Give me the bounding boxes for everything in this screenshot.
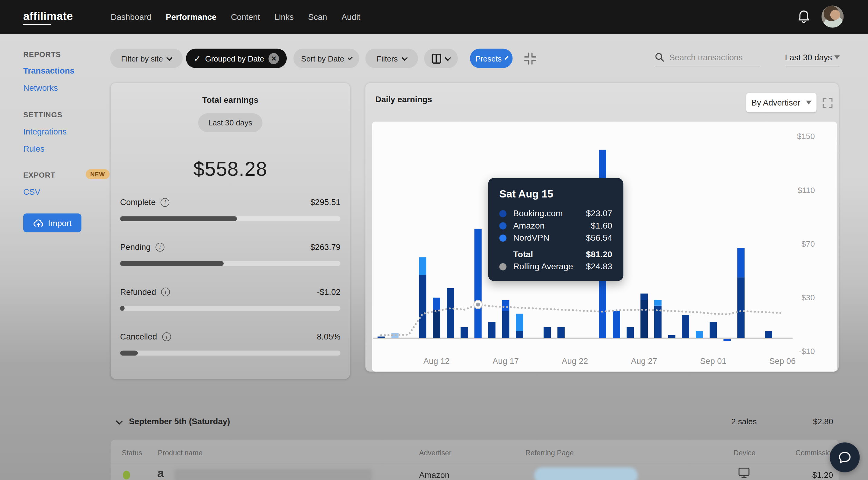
tooltip-average-row: Rolling Average$24.83 [499,261,612,273]
info-icon[interactable]: i [162,332,171,341]
new-badge: NEW [86,169,109,179]
expand-icon[interactable] [823,98,833,108]
progress-fill [120,216,237,221]
series-dot-nordvpn [499,234,506,241]
dropdown-arrow-icon [834,55,840,59]
chart-title: Daily earnings [375,95,432,104]
sidebar-item-networks[interactable]: Networks [23,83,58,92]
transactions-toolbar: Filter by site ✓ Grouped by Date ✕ Sort … [0,48,868,68]
search-box [655,48,760,66]
svg-text:Sep 01: Sep 01 [700,356,726,366]
columns-dropdown[interactable] [424,48,458,68]
row-divider [111,463,839,464]
day-group-sales-count: 2 sales [731,417,756,426]
series-dot-rolling-average [499,263,506,270]
earnings-row-cancelled: Cancelledi 8.05% [120,332,340,363]
tooltip-row: NordVPN$56.54 [499,232,612,244]
day-group-header[interactable]: September 5th (Saturday) 2 sales $2.80 [111,415,839,430]
cloud-upload-icon [33,218,44,227]
nav-item-dashboard[interactable]: Dashboard [111,12,152,22]
svg-text:Aug 12: Aug 12 [424,356,450,366]
main-menu: Dashboard Performance Content Links Scan… [111,12,360,22]
filter-by-site-dropdown[interactable]: Filter by site [110,48,183,68]
chart-tooltip: Sat Aug 15 Booking.com$23.07 Amazon$1.60… [488,178,623,281]
progress-track [120,351,340,356]
day-group-title: September 5th (Saturday) [129,416,230,426]
col-header-advertiser[interactable]: Advertiser [419,449,451,457]
card-title: Total earnings [111,95,350,104]
transactions-table: Status Product name Advertiser Referring… [111,440,839,480]
user-avatar[interactable] [822,5,843,28]
info-icon[interactable]: i [156,242,164,251]
col-header-device[interactable]: Device [734,449,755,457]
commission-cell: $1.20 [812,470,833,479]
desktop-device-icon [738,467,750,479]
chevron-down-icon [166,55,173,61]
progress-fill [120,351,137,356]
col-header-product-name[interactable]: Product name [158,449,203,457]
remove-grouping-icon[interactable]: ✕ [269,53,279,64]
search-icon [655,53,664,62]
nav-item-scan[interactable]: Scan [308,12,327,22]
chevron-down-icon [347,55,352,60]
sidebar-item-integrations[interactable]: Integrations [23,127,67,136]
filters-dropdown[interactable]: Filters [366,48,418,68]
col-header-commission[interactable]: Commission [796,449,835,457]
group-by-select[interactable]: By Advertiser [746,93,816,112]
advertiser-cell: Amazon [419,470,450,479]
progress-fill [120,261,224,266]
collapse-icon[interactable] [524,53,536,65]
top-nav: affilimate Dashboard Performance Content… [0,0,868,34]
referring-page-redacted [534,467,638,480]
svg-text:$30: $30 [802,293,815,302]
search-input[interactable] [670,53,752,62]
import-button[interactable]: Import [23,213,82,232]
chevron-down-icon [505,56,508,59]
tooltip-row: Booking.com$23.07 [499,207,612,219]
nav-item-content[interactable]: Content [231,12,260,22]
amazon-logo: a [157,467,164,479]
progress-track [120,306,340,311]
tooltip-row: Amazon$1.60 [499,219,612,232]
sidebar-item-rules[interactable]: Rules [23,144,44,153]
sort-by-date-dropdown[interactable]: Sort by Date [293,48,359,68]
nav-item-links[interactable]: Links [274,12,294,22]
period-pill: Last 30 days [198,113,262,132]
sidebar-item-csv[interactable]: CSV [23,187,40,196]
columns-icon [432,54,441,63]
presets-dropdown[interactable]: Presets [470,48,513,68]
chevron-down-icon [401,55,408,61]
tooltip-date: Sat Aug 15 [499,188,612,200]
col-header-referring-page[interactable]: Referring Page [525,449,574,457]
app-logo[interactable]: affilimate [23,10,73,23]
svg-text:-$10: -$10 [799,347,815,356]
svg-text:Aug 27: Aug 27 [631,356,657,366]
notifications-bell-icon[interactable] [797,10,810,25]
nav-item-performance[interactable]: Performance [166,12,216,22]
check-icon: ✓ [194,54,201,63]
chevron-down-icon [116,418,123,424]
total-earnings-card: Total earnings Last 30 days $558.28 Comp… [111,83,350,379]
product-name-redacted [175,469,372,480]
col-header-status[interactable]: Status [122,449,143,457]
date-range-select[interactable]: Last 30 days [785,48,840,66]
info-icon[interactable]: i [161,287,170,296]
progress-fill [120,306,125,311]
total-earnings-value: $558.28 [111,158,350,181]
earnings-row-refunded: Refundedi -$1.02 [120,287,340,318]
svg-text:Sep 06: Sep 06 [769,356,796,366]
dropdown-arrow-icon [806,101,811,105]
support-chat-button[interactable] [830,442,860,472]
sidebar-heading-export: EXPORT NEW [23,171,55,179]
nav-item-audit[interactable]: Audit [341,12,360,22]
progress-track [120,216,340,221]
svg-text:Aug 17: Aug 17 [493,356,519,366]
progress-track [120,261,340,266]
earnings-row-pending: Pendingi $263.79 [120,242,340,273]
tooltip-total-row: Total$81.20 [499,248,612,261]
earnings-row-complete: Completei $295.51 [120,198,340,229]
svg-text:$150: $150 [797,132,815,141]
grouped-by-date-chip[interactable]: ✓ Grouped by Date ✕ [186,48,287,68]
svg-text:$110: $110 [798,186,815,195]
info-icon[interactable]: i [161,198,169,207]
